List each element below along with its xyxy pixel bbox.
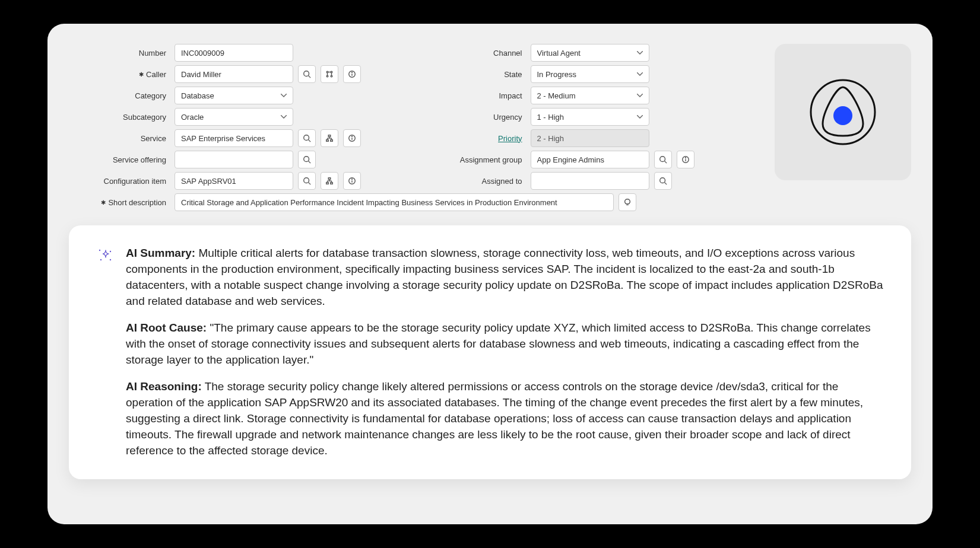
ai-reasoning-label: AI Reasoning: [126,380,202,393]
info-icon [348,70,356,78]
service-info-button[interactable] [343,129,361,147]
hierarchy-icon [325,177,334,185]
ai-reasoning-paragraph: AI Reasoning: The storage security polic… [126,379,885,459]
priority-input [531,129,649,147]
ci-lookup-button[interactable] [298,172,316,190]
search-icon [303,134,311,142]
number-input[interactable] [175,44,293,62]
service-input[interactable] [175,129,293,147]
label-impact: Impact [425,91,526,100]
caller-info-button[interactable] [343,65,361,83]
row-assignment-group: Assignment group [425,151,757,168]
search-icon [303,70,311,78]
ai-text-block: AI Summary: Multiple critical alerts for… [126,246,885,459]
row-ci: Configuration item [69,172,401,190]
svg-point-46 [833,106,852,125]
ai-root-cause-text: "The primary cause appears to be the sto… [126,321,871,366]
assigned-to-lookup-button[interactable] [654,172,672,190]
ai-summary-paragraph: AI Summary: Multiple critical alerts for… [126,246,885,310]
svg-point-38 [659,157,665,162]
form-section: Number Caller Category Database Subcateg… [69,44,911,190]
category-select[interactable]: Database [175,87,293,104]
svg-line-39 [664,161,667,164]
service-hierarchy-button[interactable] [321,129,338,147]
main-panel: Number Caller Category Database Subcateg… [47,24,933,524]
row-service-offering: Service offering [69,151,401,168]
search-icon [659,177,667,185]
lightbulb-icon [623,198,632,206]
assigned-to-input[interactable] [531,172,649,190]
label-channel: Channel [425,49,526,58]
svg-point-26 [304,178,309,183]
svg-rect-15 [326,140,329,142]
short-description-suggest-button[interactable] [619,193,636,211]
svg-point-23 [352,136,353,137]
svg-point-50 [100,259,102,260]
label-assigned-to: Assigned to [425,177,526,186]
svg-line-13 [309,140,311,142]
label-priority[interactable]: Priority [425,134,526,143]
svg-point-49 [110,251,111,252]
svg-point-37 [352,179,353,180]
ci-input[interactable] [175,172,293,190]
svg-rect-14 [328,135,331,137]
label-subcategory: Subcategory [69,113,170,122]
form-left-column: Number Caller Category Database Subcateg… [69,44,401,190]
svg-point-5 [331,75,332,77]
short-description-input[interactable] [175,193,614,211]
assignment-group-input[interactable] [531,151,649,168]
svg-point-43 [659,178,665,183]
label-category: Category [69,91,170,100]
svg-line-25 [309,161,311,164]
service-offering-input[interactable] [175,151,293,168]
brand-logo-icon [807,77,878,148]
service-offering-lookup-button[interactable] [298,151,316,168]
state-select[interactable]: In Progress [531,65,649,83]
ci-info-button[interactable] [343,172,361,190]
caller-lookup-button[interactable] [298,65,316,83]
row-subcategory: Subcategory Oracle [69,108,401,126]
ai-summary-label: AI Summary: [126,247,195,259]
tree-icon [325,70,334,78]
label-short-description: Short description [69,198,170,207]
subcategory-select[interactable]: Oracle [175,108,293,126]
info-icon [348,134,356,142]
ai-root-cause-paragraph: AI Root Cause: "The primary cause appear… [126,320,885,368]
label-service: Service [69,134,170,143]
caller-tree-button[interactable] [321,65,338,83]
row-category: Category Database [69,87,401,104]
svg-point-48 [99,250,100,251]
svg-point-11 [352,72,353,73]
ai-root-cause-label: AI Root Cause: [126,321,207,334]
info-icon [348,177,356,185]
caller-input[interactable] [175,65,293,83]
ai-summary-card: AI Summary: Multiple critical alerts for… [69,225,911,479]
search-icon [303,177,311,185]
service-lookup-button[interactable] [298,129,316,147]
row-short-description: Short description [69,193,911,211]
urgency-select[interactable]: 1 - High [531,108,649,126]
label-number: Number [69,49,170,58]
row-impact: Impact 2 - Medium [425,87,757,104]
hierarchy-icon [325,134,334,142]
svg-point-51 [110,259,111,260]
label-service-offering: Service offering [69,155,170,164]
assignment-group-lookup-button[interactable] [654,151,672,168]
svg-rect-29 [326,183,329,184]
form-right-column: Channel Virtual Agent State In Progress … [425,44,757,190]
impact-select[interactable]: 2 - Medium [531,87,649,104]
svg-rect-28 [328,178,331,180]
ci-hierarchy-button[interactable] [321,172,338,190]
channel-select[interactable]: Virtual Agent [531,44,649,62]
brand-logo-card [775,44,911,180]
ai-summary-text: Multiple critical alerts for database tr… [126,247,883,307]
ai-sparkle-icon [97,247,114,263]
row-channel: Channel Virtual Agent [425,44,757,62]
svg-line-44 [664,183,667,185]
label-assignment-group: Assignment group [425,155,526,164]
svg-point-24 [304,157,309,162]
ai-reasoning-text: The storage security policy change likel… [126,380,863,457]
info-icon [681,155,690,164]
assignment-group-info-button[interactable] [677,151,694,168]
row-priority: Priority [425,129,757,147]
